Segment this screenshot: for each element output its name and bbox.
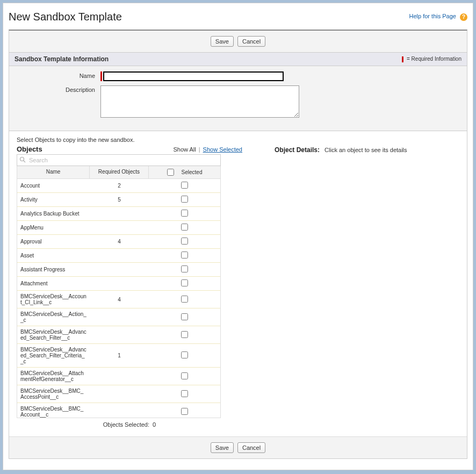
cell-selected bbox=[149, 249, 220, 262]
cell-required-count bbox=[90, 267, 149, 272]
table-row[interactable]: BMCServiceDesk__Account_CI_Link__c4 bbox=[17, 291, 220, 308]
content-area: Save Cancel Sandbox Template Information… bbox=[9, 30, 467, 459]
cell-required-count bbox=[90, 332, 149, 337]
cell-object-name: BMCServiceDesk__Advanced_Search_Filter__… bbox=[17, 326, 90, 343]
cell-object-name: Account bbox=[17, 180, 90, 191]
help-link[interactable]: Help for this Page bbox=[409, 13, 456, 19]
form-row-name: Name bbox=[15, 71, 461, 81]
row-checkbox[interactable] bbox=[181, 313, 188, 320]
cell-required-count: 5 bbox=[90, 194, 149, 205]
save-button[interactable]: Save bbox=[211, 36, 234, 47]
cell-object-name: BMCServiceDesk__AttachmentRefGenerator__… bbox=[17, 368, 90, 385]
objects-table-inner: Name Required Objects Selected Account2A… bbox=[17, 166, 221, 418]
select-all-checkbox[interactable] bbox=[167, 169, 174, 176]
section-header: Sandbox Template Information = Required … bbox=[9, 52, 467, 66]
name-field-wrap bbox=[100, 71, 284, 81]
table-row[interactable]: BMCServiceDesk__BMC_AccessPoint__c bbox=[17, 385, 220, 403]
row-checkbox[interactable] bbox=[181, 224, 188, 231]
name-label: Name bbox=[15, 71, 100, 79]
help-icon[interactable]: ? bbox=[460, 13, 467, 21]
table-row[interactable]: Asset bbox=[17, 249, 220, 263]
object-details-col: Object Details: Click an object to see i… bbox=[275, 145, 459, 431]
cell-object-name: BMCServiceDesk__BMC_AccessPoint__c bbox=[17, 385, 90, 403]
description-input[interactable] bbox=[100, 85, 299, 118]
cancel-button[interactable]: Cancel bbox=[237, 36, 265, 47]
save-button-bottom[interactable]: Save bbox=[211, 442, 234, 453]
table-row[interactable]: BMCServiceDesk__Advanced_Search_Filter_C… bbox=[17, 344, 220, 368]
form-section: Name Description bbox=[9, 66, 467, 131]
row-checkbox[interactable] bbox=[181, 372, 188, 379]
row-checkbox[interactable] bbox=[181, 279, 188, 286]
cell-required-count bbox=[90, 281, 149, 286]
cell-selected bbox=[149, 311, 220, 324]
objects-instruction: Select Objects to copy into the new sand… bbox=[17, 137, 459, 143]
cell-selected bbox=[149, 387, 220, 401]
section-title: Sandbox Template Information bbox=[15, 55, 109, 63]
table-row[interactable]: Assistant Progress bbox=[17, 263, 220, 277]
objects-left-col: Objects Show All | Show Selected bbox=[17, 145, 242, 431]
table-row[interactable]: BMCServiceDesk__Advanced_Search_Filter__… bbox=[17, 326, 220, 344]
cell-object-name: Approval bbox=[17, 236, 90, 247]
objects-title: Objects bbox=[17, 145, 42, 153]
description-label: Description bbox=[15, 85, 100, 93]
svg-point-0 bbox=[20, 157, 24, 161]
cell-required-count bbox=[90, 409, 149, 414]
row-checkbox[interactable] bbox=[181, 252, 188, 258]
cancel-button-bottom[interactable]: Cancel bbox=[237, 442, 265, 453]
cell-selected bbox=[149, 235, 220, 248]
cell-required-count: 1 bbox=[90, 350, 149, 361]
window-frame: New Sandbox Template Help for this Page … bbox=[3, 3, 473, 470]
row-checkbox[interactable] bbox=[181, 390, 188, 397]
summary-count: 0 bbox=[153, 421, 156, 428]
cell-object-name: Assistant Progress bbox=[17, 264, 90, 275]
row-checkbox[interactable] bbox=[181, 265, 188, 272]
cell-required-count bbox=[90, 211, 149, 217]
table-row[interactable]: BMCServiceDesk__AttachmentRefGenerator__… bbox=[17, 368, 220, 385]
col-header-selected-label: Selected bbox=[182, 169, 203, 175]
two-column-layout: Objects Show All | Show Selected bbox=[17, 145, 459, 431]
table-row[interactable]: Analytics Backup Bucket bbox=[17, 207, 220, 221]
objects-table-wrap: Name Required Objects Selected Account2A… bbox=[17, 166, 221, 418]
table-row[interactable]: AppMenu bbox=[17, 221, 220, 235]
table-row[interactable]: Approval4 bbox=[17, 235, 220, 249]
table-row[interactable]: Account2 bbox=[17, 179, 220, 193]
page-header: New Sandbox Template Help for this Page … bbox=[9, 8, 467, 30]
row-checkbox[interactable] bbox=[181, 210, 188, 217]
row-checkbox[interactable] bbox=[181, 182, 188, 189]
cell-object-name: Activity bbox=[17, 194, 90, 205]
page-title: New Sandbox Template bbox=[9, 11, 122, 23]
row-checkbox[interactable] bbox=[181, 331, 188, 338]
cell-required-count bbox=[90, 314, 149, 320]
objects-scroll-area[interactable]: Account2Activity5Analytics Backup Bucket… bbox=[17, 179, 221, 418]
row-checkbox[interactable] bbox=[181, 196, 188, 203]
row-checkbox[interactable] bbox=[181, 238, 188, 245]
help-link-container: Help for this Page ? bbox=[409, 13, 468, 20]
cell-object-name: BMCServiceDesk__Account_CI_Link__c bbox=[17, 291, 90, 308]
cell-selected bbox=[149, 370, 220, 383]
table-row[interactable]: Activity5 bbox=[17, 193, 220, 207]
show-selected-link[interactable]: Show Selected bbox=[203, 146, 242, 153]
col-header-required: Required Objects bbox=[90, 166, 149, 178]
cell-object-name: BMCServiceDesk__BMC_Account__c bbox=[17, 403, 90, 418]
table-row[interactable]: Attachment bbox=[17, 277, 220, 291]
name-input[interactable] bbox=[103, 71, 284, 81]
button-row-bottom: Save Cancel bbox=[9, 436, 467, 458]
row-checkbox[interactable] bbox=[181, 408, 188, 415]
object-details-title: Object Details: bbox=[275, 146, 320, 154]
cell-selected bbox=[149, 207, 220, 220]
cell-object-name: Asset bbox=[17, 250, 90, 261]
col-header-name: Name bbox=[17, 166, 90, 178]
objects-header-row: Objects Show All | Show Selected bbox=[17, 145, 242, 153]
objects-section: Select Objects to copy into the new sand… bbox=[9, 131, 467, 436]
cell-object-name: AppMenu bbox=[17, 222, 90, 233]
cell-selected bbox=[149, 221, 220, 234]
search-input[interactable] bbox=[17, 155, 220, 166]
show-all-link[interactable]: Show All bbox=[173, 146, 196, 153]
cell-required-count bbox=[90, 374, 149, 379]
row-checkbox[interactable] bbox=[181, 296, 188, 303]
row-checkbox[interactable] bbox=[181, 351, 188, 358]
required-info-text: = Required Information bbox=[407, 56, 461, 62]
table-row[interactable]: BMCServiceDesk__Action__c bbox=[17, 308, 220, 326]
table-row[interactable]: BMCServiceDesk__BMC_Account__c bbox=[17, 403, 220, 418]
svg-line-1 bbox=[24, 161, 25, 162]
